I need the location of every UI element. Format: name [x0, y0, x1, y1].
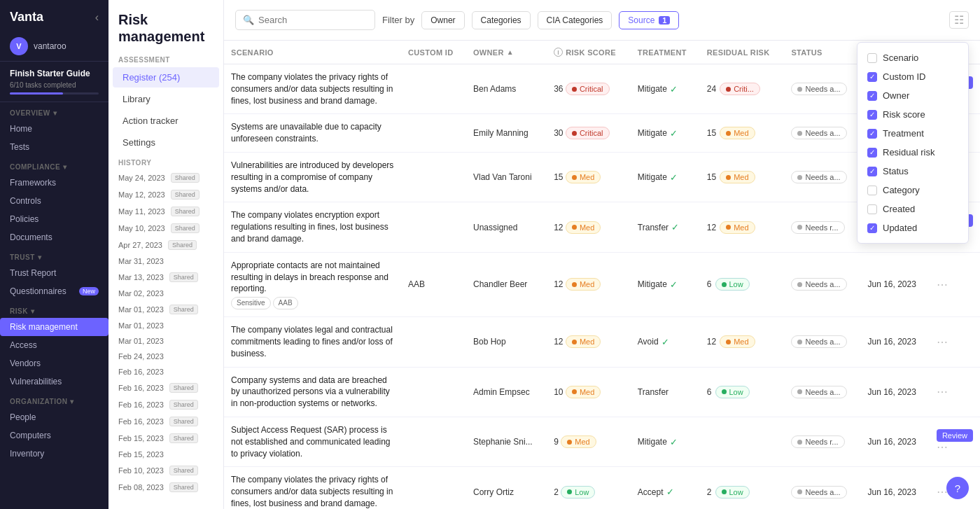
dropdown-item-scenario[interactable]: Scenario [858, 48, 968, 67]
residual-badge: Criti... [720, 83, 760, 95]
sidebar-item-policies[interactable]: Policies [0, 210, 108, 228]
history-item[interactable]: May 12, 2023Shared [108, 186, 223, 203]
risk-score-cell: 12 Med [547, 252, 631, 316]
dropdown-item-treatment[interactable]: ✓Treatment [858, 124, 968, 143]
history-item[interactable]: Feb 16, 2023Shared [108, 379, 223, 396]
dropdown-item-updated[interactable]: ✓Updated [858, 218, 968, 237]
shared-badge: Shared [171, 190, 200, 200]
owner-cell: Emily Manning [466, 114, 547, 153]
dropdown-item-custom-id[interactable]: ✓Custom ID [858, 67, 968, 86]
history-item[interactable]: Mar 02, 2023 [108, 286, 223, 301]
shared-badge: Shared [169, 417, 198, 426]
dropdown-item-owner[interactable]: ✓Owner [858, 86, 968, 105]
history-item[interactable]: May 24, 2023Shared [108, 169, 223, 186]
history-item[interactable]: Feb 08, 2023Shared [108, 479, 223, 496]
toolbar-right: ☷ [949, 13, 969, 27]
search-box[interactable]: 🔍 [235, 10, 375, 30]
treatment-cell: Mitigate ✓ [631, 152, 700, 202]
sidebar-item-people[interactable]: People [0, 408, 108, 426]
more-options-icon[interactable]: ⋯ [937, 386, 948, 398]
history-item[interactable]: Mar 13, 2023Shared [108, 269, 223, 286]
status-badge: Needs a... [791, 127, 846, 139]
search-input[interactable] [258, 15, 368, 25]
col-residual-risk[interactable]: RESIDUAL RISK [700, 41, 785, 64]
scenario-tag: Sensitive [231, 297, 271, 309]
panel-item-library[interactable]: Library [113, 89, 219, 109]
sidebar-item-computers[interactable]: Computers [0, 426, 108, 445]
sidebar-item-tests[interactable]: Tests [0, 138, 108, 156]
history-item[interactable]: Feb 16, 2023 [108, 364, 223, 379]
col-status[interactable]: STATUS [784, 41, 860, 64]
dropdown-item-risk-score[interactable]: ✓Risk score [858, 105, 968, 124]
help-button[interactable]: ? [946, 477, 969, 499]
verified-icon: ✓ [671, 222, 679, 232]
source-filter-button[interactable]: Source 1 [619, 11, 679, 29]
review-badge[interactable]: Review [937, 429, 973, 442]
history-item[interactable]: May 11, 2023Shared [108, 203, 223, 220]
sidebar-item-controls[interactable]: Controls [0, 192, 108, 210]
sidebar-item-trust-report[interactable]: Trust Report [0, 264, 108, 282]
verified-icon: ✓ [670, 128, 678, 139]
starter-guide-title: Finish Starter Guide [10, 69, 99, 78]
sidebar-item-documents[interactable]: Documents [0, 228, 108, 246]
risk-badge: Med [566, 335, 601, 348]
status-cell: Needs a... [784, 367, 860, 417]
checkbox-checked: ✓ [867, 72, 877, 82]
more-options-icon[interactable]: ⋯ [937, 441, 948, 453]
sidebar-item-vulnerabilities[interactable]: Vulnerabilities [0, 372, 108, 391]
history-item[interactable]: Feb 16, 2023Shared [108, 413, 223, 430]
risk-score-cell: 12 Med [547, 317, 631, 367]
history-item[interactable]: Mar 31, 2023 [108, 253, 223, 269]
categories-filter-button[interactable]: Categories [472, 11, 531, 29]
history-item[interactable]: Feb 16, 2023Shared [108, 396, 223, 413]
checkbox-checked: ✓ [867, 167, 877, 176]
sidebar-item-inventory[interactable]: Inventory [0, 445, 108, 463]
panel-item-action-tracker[interactable]: Action tracker [113, 111, 219, 131]
sidebar-item-questionnaires[interactable]: Questionnaires New [0, 282, 108, 300]
columns-icon[interactable]: ☷ [949, 11, 969, 29]
panel-item-settings[interactable]: Settings [113, 132, 219, 153]
owner-cell: Vlad Van Taroni [466, 152, 547, 202]
panel-item-register[interactable]: Register (254) [113, 67, 219, 88]
col-risk-score[interactable]: i RISK SCORE [547, 41, 631, 64]
history-item[interactable]: Feb 15, 2023Shared [108, 430, 223, 447]
status-badge: Needs a... [791, 386, 846, 398]
more-options-icon[interactable]: ⋯ [937, 279, 948, 291]
col-custom-id[interactable]: CUSTOM ID [401, 41, 466, 64]
history-item[interactable]: Feb 24, 2023 [108, 349, 223, 364]
sidebar-section-trust: TRuST ▾ [0, 246, 108, 264]
sidebar-item-access[interactable]: Access [0, 336, 108, 354]
dropdown-item-category[interactable]: Category [858, 181, 968, 200]
dropdown-item-created[interactable]: Created [858, 200, 968, 218]
history-item[interactable]: Feb 15, 2023 [108, 447, 223, 462]
col-scenario[interactable]: SCENARIO [224, 41, 401, 64]
treatment-cell: Mitigate ✓ [631, 252, 700, 316]
checkbox-checked: ✓ [867, 110, 877, 120]
col-owner[interactable]: OWNER ▲ [466, 41, 547, 64]
dropdown-item-status[interactable]: ✓Status [858, 162, 968, 181]
history-item[interactable]: Mar 01, 2023 [108, 333, 223, 349]
sidebar-collapse-icon[interactable]: ‹ [95, 11, 99, 24]
history-item[interactable]: Mar 01, 2023Shared [108, 301, 223, 318]
cia-categories-filter-button[interactable]: CIA Categories [538, 11, 612, 29]
history-item[interactable]: Mar 01, 2023 [108, 318, 223, 333]
sidebar-item-home[interactable]: Home [0, 120, 108, 138]
col-treatment[interactable]: TREATMENT [631, 41, 700, 64]
progress-fill [10, 92, 63, 95]
sidebar-user[interactable]: V vantaroo [0, 32, 108, 61]
sidebar-item-vendors[interactable]: Vendors [0, 354, 108, 372]
owner-filter-button[interactable]: Owner [421, 11, 464, 29]
residual-risk-cell [700, 417, 785, 466]
sidebar-item-frameworks[interactable]: Frameworks [0, 174, 108, 192]
history-item[interactable]: Feb 10, 2023Shared [108, 462, 223, 479]
dropdown-item-residual-risk[interactable]: ✓Residual risk [858, 143, 968, 162]
sidebar-item-risk-management[interactable]: Risk management [0, 318, 108, 336]
starter-guide-subtitle: 6/10 tasks completed [10, 81, 99, 89]
history-item[interactable]: May 10, 2023Shared [108, 220, 223, 237]
owner-cell: Corry Ortiz [466, 467, 547, 509]
starter-guide[interactable]: Finish Starter Guide 6/10 tasks complete… [0, 61, 108, 102]
history-item[interactable]: Apr 27, 2023Shared [108, 237, 223, 253]
more-options-icon[interactable]: ⋯ [937, 336, 948, 348]
status-cell: Needs r... [784, 417, 860, 466]
checkbox-checked: ✓ [867, 91, 877, 101]
